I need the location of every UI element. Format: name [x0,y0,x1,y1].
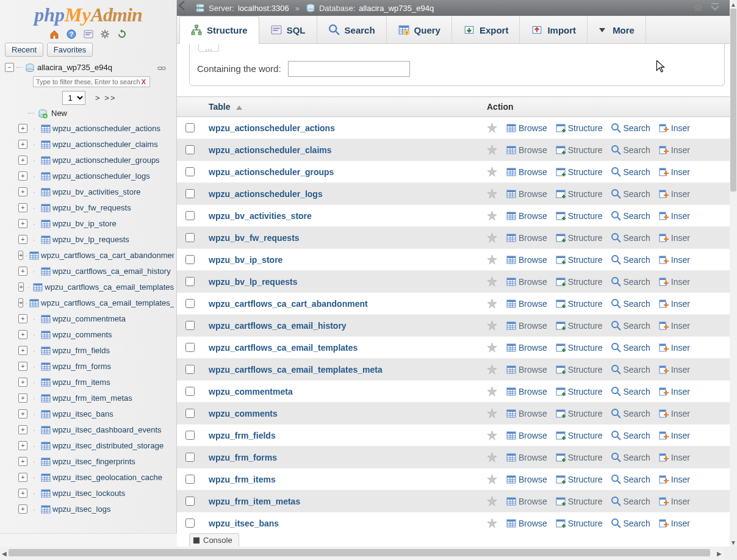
action-browse[interactable]: Browse [506,167,547,177]
nav-table-link[interactable]: wpzu_frm_item_metas [52,393,132,403]
action-browse[interactable]: Browse [506,123,547,133]
breadcrumb-db-link[interactable]: allacira_wp735_e94q [359,4,434,13]
action-structure[interactable]: Structure [556,387,603,397]
action-structure[interactable]: Structure [556,497,603,506]
action-structure[interactable]: Structure [556,409,603,418]
action-search[interactable]: Search [611,321,650,331]
action-structure[interactable]: Structure [556,365,603,375]
action-browse[interactable]: Browse [506,255,547,265]
action-browse[interactable]: Browse [506,519,547,528]
th-table-sort[interactable]: Table [209,102,231,112]
recent-button[interactable]: Recent [5,43,43,57]
expand-table-button[interactable]: + [18,362,27,371]
row-checkbox[interactable] [185,431,195,440]
action-insert[interactable]: Inser [659,519,690,528]
sql-doc-icon[interactable] [84,29,93,39]
action-search[interactable]: Search [611,409,650,418]
favorite-star-icon[interactable] [487,496,498,507]
favorite-star-icon[interactable] [487,408,498,419]
action-browse[interactable]: Browse [506,365,547,375]
favorites-button[interactable]: Favorites [47,43,93,57]
row-checkbox[interactable] [185,255,195,264]
action-browse[interactable]: Browse [506,211,547,221]
action-structure[interactable]: Structure [556,431,603,440]
row-checkbox[interactable] [185,387,195,396]
action-search[interactable]: Search [611,343,650,353]
nav-table-link[interactable]: wpzu_cartflows_ca_email_templates [45,282,174,292]
tab-query[interactable]: Query [387,16,452,43]
table-name-link[interactable]: wpzu_actionscheduler_actions [209,123,335,133]
action-browse[interactable]: Browse [506,277,547,287]
row-checkbox[interactable] [185,475,195,484]
favorite-star-icon[interactable] [487,210,498,221]
expand-table-button[interactable]: + [18,314,27,323]
action-search[interactable]: Search [611,277,650,287]
nav-table-link[interactable]: wpzu_itsec_dashboard_events [52,425,162,434]
help-icon[interactable] [67,29,76,39]
expand-table-button[interactable]: + [18,251,23,260]
action-browse[interactable]: Browse [506,497,547,506]
row-checkbox[interactable] [185,211,195,220]
favorite-star-icon[interactable] [487,452,498,463]
action-insert[interactable]: Inser [659,475,690,484]
action-structure[interactable]: Structure [556,123,603,133]
breadcrumb-server-link[interactable]: localhost:3306 [238,4,289,13]
action-structure[interactable]: Structure [556,299,603,309]
action-insert[interactable]: Inser [659,299,690,309]
tab-sql[interactable]: SQL [259,16,317,43]
page-settings-gear-icon[interactable] [693,2,703,12]
nav-table-link[interactable]: wpzu_actionscheduler_logs [52,171,150,181]
action-search[interactable]: Search [611,365,650,375]
action-browse[interactable]: Browse [506,321,547,331]
action-search[interactable]: Search [611,387,650,397]
action-insert[interactable]: Inser [659,365,690,375]
table-name-link[interactable]: wpzu_frm_items [209,475,276,484]
row-checkbox[interactable] [185,497,195,506]
nav-table-link[interactable]: wpzu_actionscheduler_claims [52,140,158,149]
clear-filter-icon[interactable]: X [142,78,146,85]
action-insert[interactable]: Inser [659,343,690,353]
action-insert[interactable]: Inser [659,123,690,133]
expand-table-button[interactable]: + [18,457,27,466]
action-browse[interactable]: Browse [506,431,547,440]
row-checkbox[interactable] [185,409,195,418]
nav-table-link[interactable]: wpzu_itsec_bans [52,409,113,418]
expand-table-button[interactable]: + [18,235,27,244]
action-search[interactable]: Search [611,211,650,221]
action-insert[interactable]: Inser [659,255,690,265]
action-search[interactable]: Search [611,453,650,462]
favorite-star-icon[interactable] [487,342,498,353]
action-browse[interactable]: Browse [506,145,547,155]
table-name-link[interactable]: wpzu_itsec_bans [209,519,279,528]
new-table-icon[interactable] [38,109,48,118]
table-name-link[interactable]: wpzu_cartflows_ca_email_templates [209,343,358,353]
favorite-star-icon[interactable] [487,232,498,243]
tab-structure[interactable]: Structure [179,16,259,44]
action-search[interactable]: Search [611,255,650,265]
tab-import[interactable]: Import [520,16,588,43]
action-insert[interactable]: Inser [659,453,690,462]
favorite-star-icon[interactable] [487,430,498,441]
expand-table-button[interactable]: + [18,489,27,498]
vertical-scrollbar[interactable]: ▲ ▼ [730,0,737,547]
expand-table-button[interactable]: + [18,298,23,307]
action-structure[interactable]: Structure [556,453,603,462]
action-insert[interactable]: Inser [659,409,690,418]
row-checkbox[interactable] [185,123,195,132]
row-checkbox[interactable] [185,343,195,352]
table-name-link[interactable]: wpzu_actionscheduler_claims [209,145,332,155]
nav-table-link[interactable]: wpzu_itsec_fingerprints [52,457,135,466]
nav-table-link[interactable]: wpzu_bv_lp_requests [52,235,129,244]
expand-table-button[interactable]: + [18,203,27,212]
console-tab[interactable]: Console [189,533,239,547]
collapse-db-button[interactable]: − [5,63,14,72]
nav-hscroll[interactable] [0,533,177,547]
action-insert[interactable]: Inser [659,321,690,331]
tab-export[interactable]: Export [452,16,520,43]
action-browse[interactable]: Browse [506,409,547,418]
action-insert[interactable]: Inser [659,431,690,440]
favorite-star-icon[interactable] [487,386,498,397]
page-collapse-icon[interactable] [710,2,720,12]
action-browse[interactable]: Browse [506,299,547,309]
expand-table-button[interactable]: + [18,124,27,133]
